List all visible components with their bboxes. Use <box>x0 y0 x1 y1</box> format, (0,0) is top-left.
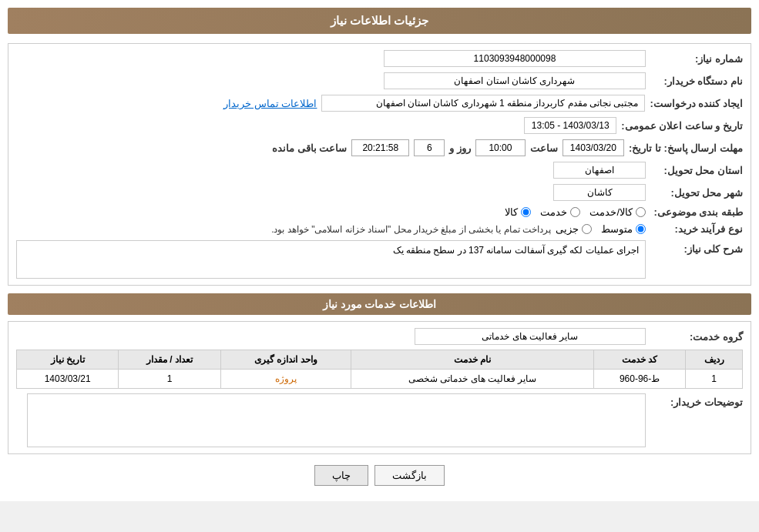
creator-label: ایجاد کننده درخواست: <box>650 98 743 109</box>
need-desc-value: اجرای عملیات لکه گیری آسفالت سامانه 137 … <box>16 240 646 279</box>
province-value: اصفهان <box>553 162 646 179</box>
table-row: 1ط-96-960سایر فعالیت های خدماتی شخصیپروژ… <box>17 370 743 389</box>
purchase-note: پرداخت تمام یا بخشی از مبلغ خریدار محل "… <box>271 224 551 235</box>
back-button[interactable]: بازگشت <box>374 465 445 486</box>
need-number-value: 1103093948000098 <box>384 50 646 67</box>
page-title: جزئیات اطلاعات نیاز <box>8 8 751 34</box>
deadline-remain-label: ساعت باقی مانده <box>272 142 347 154</box>
service-group-row: گروه خدمت: سایر فعالیت های خدماتی <box>16 328 743 345</box>
category-option-kala-khedmat[interactable]: کالا/خدمت <box>589 206 646 218</box>
main-info-section: شماره نیاز: 1103093948000098 نام دستگاه … <box>8 43 751 286</box>
purchase-label-mutavaset: متوسط <box>601 223 633 235</box>
need-number-row: شماره نیاز: 1103093948000098 <box>16 50 743 67</box>
need-desc-label: شرح کلی نیاز: <box>650 240 743 255</box>
purchase-type-row: نوع فرآیند خرید: متوسط جزیی پرداخت تمام … <box>16 223 743 235</box>
service-group-label: گروه خدمت: <box>650 331 743 343</box>
service-group-value: سایر فعالیت های خدماتی <box>415 328 646 345</box>
cell-unit: پروژه <box>220 370 351 389</box>
province-label: استان محل تحویل: <box>650 165 743 176</box>
category-radio-khedmat[interactable] <box>570 207 580 217</box>
category-option-kala[interactable]: کالا <box>505 206 531 218</box>
category-radio-group: کالا/خدمت خدمت کالا <box>505 206 646 218</box>
col-qty: تعداد / مقدار <box>119 350 220 370</box>
category-label: طبقه بندی موضوعی: <box>650 206 743 218</box>
col-date: تاریخ نیاز <box>17 350 119 370</box>
services-section-title: اطلاعات خدمات مورد نیاز <box>8 293 751 315</box>
col-name: نام خدمت <box>351 350 594 370</box>
deadline-date: 1403/03/20 <box>563 139 624 156</box>
buyer-org-value: شهرداری کاشان استان اصفهان <box>384 72 646 89</box>
col-row: ردیف <box>686 350 743 370</box>
announce-row: تاریخ و ساعت اعلان عمومی: 1403/03/13 - 1… <box>16 117 743 134</box>
purchase-radio-mutavaset[interactable] <box>636 224 646 234</box>
purchase-option-jozyi[interactable]: جزیی <box>556 223 592 235</box>
category-option-khedmat[interactable]: خدمت <box>540 206 580 218</box>
cell-code: ط-96-960 <box>593 370 685 389</box>
print-button[interactable]: چاپ <box>314 465 368 486</box>
creator-row: ایجاد کننده درخواست: مجتبی نجاتی مقدم کا… <box>16 95 743 112</box>
city-row: شهر محل تحویل: کاشان <box>16 184 743 201</box>
cell-row: 1 <box>686 370 743 389</box>
deadline-time-label: ساعت <box>530 142 558 154</box>
deadline-days-value: 6 <box>414 139 445 156</box>
province-row: استان محل تحویل: اصفهان <box>16 162 743 179</box>
col-code: کد خدمت <box>593 350 685 370</box>
services-section: گروه خدمت: سایر فعالیت های خدماتی ردیف ک… <box>8 321 751 454</box>
buyer-org-row: نام دستگاه خریدار: شهرداری کاشان استان ا… <box>16 72 743 89</box>
need-desc-row: شرح کلی نیاز: اجرای عملیات لکه گیری آسفا… <box>16 240 743 279</box>
cell-quantity: 1 <box>119 370 220 389</box>
category-label-kala-khedmat: کالا/خدمت <box>589 206 633 218</box>
buyer-org-label: نام دستگاه خریدار: <box>650 75 743 87</box>
need-number-label: شماره نیاز: <box>650 53 743 65</box>
col-unit: واحد اندازه گیری <box>220 350 351 370</box>
deadline-label: مهلت ارسال پاسخ: تا تاریخ: <box>629 142 743 154</box>
footer-buttons: بازگشت چاپ <box>8 465 751 486</box>
category-row: طبقه بندی موضوعی: کالا/خدمت خدمت کالا <box>16 206 743 218</box>
deadline-time-value: 10:00 <box>475 139 526 156</box>
buyer-desc-row: توضیحات خریدار: <box>16 393 743 447</box>
buyer-desc-label: توضیحات خریدار: <box>650 393 743 408</box>
cell-name: سایر فعالیت های خدماتی شخصی <box>351 370 594 389</box>
city-label: شهر محل تحویل: <box>650 187 743 199</box>
purchase-radio-jozyi[interactable] <box>582 224 592 234</box>
category-label-kala: کالا <box>505 206 518 218</box>
announce-value: 1403/03/13 - 13:05 <box>524 117 616 134</box>
announce-label: تاریخ و ساعت اعلان عمومی: <box>621 120 743 132</box>
deadline-remain-value: 20:21:58 <box>351 139 409 156</box>
purchase-type-label: نوع فرآیند خرید: <box>650 223 743 235</box>
contact-link[interactable]: اطلاعات تماس خریدار <box>223 98 317 109</box>
deadline-row: مهلت ارسال پاسخ: تا تاریخ: 1403/03/20 سا… <box>16 139 743 156</box>
cell-date: 1403/03/21 <box>17 370 119 389</box>
buyer-desc-textarea[interactable] <box>27 393 646 447</box>
deadline-days-label: روز و <box>449 142 471 154</box>
creator-value: مجتبی نجاتی مقدم کاربرداز منطقه 1 شهردار… <box>321 95 645 112</box>
category-label-khedmat: خدمت <box>540 206 567 218</box>
category-radio-kala-khedmat[interactable] <box>636 207 646 217</box>
category-radio-kala[interactable] <box>521 207 531 217</box>
purchase-label-jozyi: جزیی <box>556 223 579 235</box>
purchase-option-mutavaset[interactable]: متوسط <box>601 223 646 235</box>
city-value: کاشان <box>553 184 646 201</box>
purchase-radio-group: متوسط جزیی <box>556 223 646 235</box>
services-table: ردیف کد خدمت نام خدمت واحد اندازه گیری ت… <box>16 350 743 389</box>
